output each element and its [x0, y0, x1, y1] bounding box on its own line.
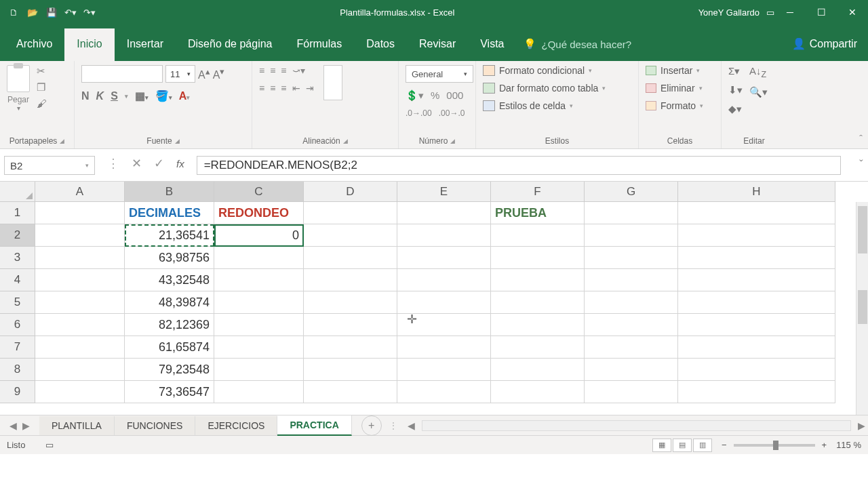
cell-G9[interactable]: [585, 381, 678, 403]
fill-color-button[interactable]: 🪣▾: [155, 89, 172, 102]
font-size-combo[interactable]: 11▾: [165, 65, 195, 83]
cell-F1[interactable]: PRUEBA: [491, 202, 585, 224]
row-header-2[interactable]: 2: [0, 224, 35, 247]
cell-D2[interactable]: [304, 224, 397, 247]
ribbon-options-icon[interactable]: ▭: [766, 7, 774, 18]
row-header-4[interactable]: 4: [0, 269, 35, 291]
cell-G6[interactable]: [585, 314, 678, 336]
cell-E2[interactable]: [397, 224, 491, 247]
orientation-icon[interactable]: ⤻▾: [292, 65, 305, 76]
cell-C3[interactable]: [214, 247, 304, 269]
row-header-8[interactable]: 8: [0, 359, 35, 381]
cell-H6[interactable]: [678, 314, 835, 336]
formula-input[interactable]: =REDONDEAR.MENOS(B2;2: [197, 156, 841, 175]
cell-B5[interactable]: 48,39874: [125, 291, 214, 314]
thousands-icon[interactable]: 000: [446, 89, 463, 102]
cell-H8[interactable]: [678, 359, 835, 381]
collapse-ribbon-icon[interactable]: ˆ: [859, 134, 863, 144]
zoom-level[interactable]: 115 %: [836, 440, 861, 450]
cell-D4[interactable]: [304, 269, 397, 291]
copy-icon[interactable]: ❐: [37, 81, 47, 94]
col-header-G[interactable]: G: [585, 182, 678, 202]
cell-H2[interactable]: [678, 224, 835, 247]
col-header-D[interactable]: D: [304, 182, 397, 202]
indent-decrease-icon[interactable]: ⇤: [292, 83, 300, 94]
font-name-combo[interactable]: [81, 65, 163, 83]
row-header-5[interactable]: 5: [0, 291, 35, 314]
sheet-tab-funciones[interactable]: FUNCIONES: [115, 416, 195, 435]
tell-me-box[interactable]: 💡 ¿Qué desea hacer?: [517, 28, 639, 61]
zoom-out-icon[interactable]: −: [722, 440, 727, 450]
fill-icon[interactable]: ⬇▾: [728, 84, 743, 96]
tab-archivo[interactable]: Archivo: [4, 28, 64, 61]
cell-H1[interactable]: [678, 202, 835, 224]
bold-button[interactable]: N: [81, 90, 90, 102]
cell-H3[interactable]: [678, 247, 835, 269]
increase-decimal-icon[interactable]: .0→.00: [406, 108, 432, 118]
cell-C2[interactable]: 0: [214, 224, 304, 247]
indent-increase-icon[interactable]: ⇥: [306, 83, 314, 94]
cell-E9[interactable]: [397, 381, 491, 403]
number-format-combo[interactable]: General▾: [406, 65, 473, 83]
cell-C5[interactable]: [214, 291, 304, 314]
tab-vista[interactable]: Vista: [468, 28, 516, 61]
view-page-break-icon[interactable]: ▥: [693, 439, 712, 452]
cell-G1[interactable]: [585, 202, 678, 224]
cell-C7[interactable]: [214, 336, 304, 359]
wrap-merge-icon[interactable]: [323, 65, 342, 100]
open-file-icon[interactable]: 📂: [24, 4, 41, 20]
tab-nav-next-icon[interactable]: ▶: [22, 420, 30, 431]
decrease-font-icon[interactable]: A▾: [213, 66, 225, 81]
cell-A7[interactable]: [35, 336, 125, 359]
cell-C9[interactable]: [214, 381, 304, 403]
launcher-icon[interactable]: ◢: [60, 138, 64, 144]
cell-G2[interactable]: [585, 224, 678, 247]
cell-E6[interactable]: [397, 314, 491, 336]
cell-E1[interactable]: [397, 202, 491, 224]
borders-button[interactable]: ▦▾: [135, 89, 149, 102]
cell-E4[interactable]: [397, 269, 491, 291]
maximize-button[interactable]: ☐: [806, 0, 837, 24]
cell-A5[interactable]: [35, 291, 125, 314]
fx-icon[interactable]: fx: [176, 158, 184, 169]
hscroll-left-icon[interactable]: ◀: [405, 420, 418, 431]
cell-A6[interactable]: [35, 314, 125, 336]
sheet-tab-plantilla[interactable]: PLANTILLA: [39, 416, 115, 435]
cell-B7[interactable]: 61,65874: [125, 336, 214, 359]
launcher-icon[interactable]: ◢: [343, 138, 348, 144]
font-color-button[interactable]: A▾: [179, 90, 191, 102]
sheet-tab-practica[interactable]: PRACTICA: [277, 415, 351, 436]
cell-G7[interactable]: [585, 336, 678, 359]
cell-A3[interactable]: [35, 247, 125, 269]
cell-B8[interactable]: 79,23548: [125, 359, 214, 381]
cell-H9[interactable]: [678, 381, 835, 403]
align-top-icon[interactable]: ≡: [259, 65, 264, 76]
sort-filter-icon[interactable]: A↓Z: [749, 65, 768, 79]
find-select-icon[interactable]: 🔍▾: [749, 86, 768, 98]
name-box[interactable]: B2▾: [4, 156, 95, 175]
new-file-icon[interactable]: 🗋: [5, 4, 22, 20]
cell-C4[interactable]: [214, 269, 304, 291]
cell-F2[interactable]: [491, 224, 585, 247]
conditional-format-button[interactable]: Formato condicional▾: [483, 65, 592, 76]
cell-B1[interactable]: DECIMALES: [125, 202, 214, 224]
cell-C6[interactable]: [214, 314, 304, 336]
spreadsheet-grid[interactable]: ABCDEFGH 123456789 DECIMALESREDONDEOPRUE…: [0, 182, 868, 415]
cell-C1[interactable]: REDONDEO: [214, 202, 304, 224]
align-center-icon[interactable]: ≡: [270, 83, 275, 94]
cell-D1[interactable]: [304, 202, 397, 224]
cell-F3[interactable]: [491, 247, 585, 269]
cell-F4[interactable]: [491, 269, 585, 291]
cell-E8[interactable]: [397, 359, 491, 381]
new-sheet-button[interactable]: +: [361, 415, 382, 436]
accept-formula-icon[interactable]: ✓: [154, 156, 164, 171]
insert-cells-button[interactable]: Insertar▾: [646, 65, 700, 76]
select-all-corner[interactable]: [0, 182, 35, 202]
view-page-layout-icon[interactable]: ▤: [673, 439, 692, 452]
cell-A9[interactable]: [35, 381, 125, 403]
italic-button[interactable]: K: [96, 90, 104, 102]
cell-A4[interactable]: [35, 269, 125, 291]
cell-B4[interactable]: 43,32548: [125, 269, 214, 291]
cell-B3[interactable]: 63,98756: [125, 247, 214, 269]
sheet-tab-ejercicios[interactable]: EJERCICIOS: [195, 416, 277, 435]
